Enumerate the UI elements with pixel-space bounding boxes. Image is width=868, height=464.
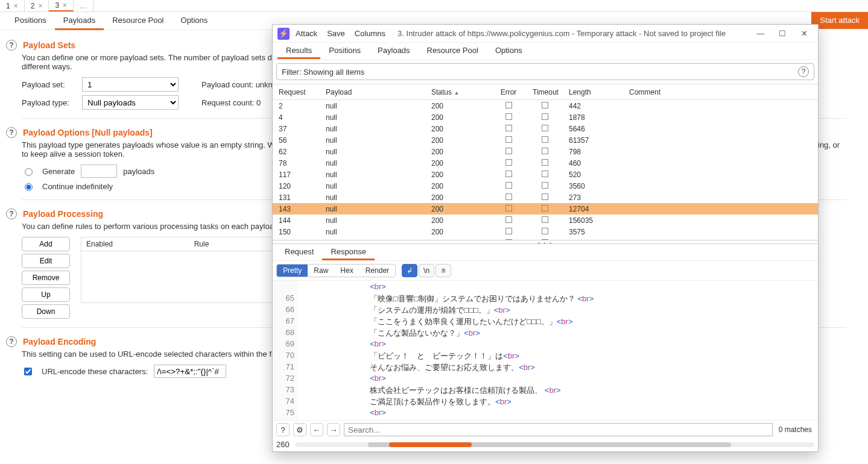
sub-tab[interactable]: Options: [173, 12, 217, 30]
processing-buttons: AddEditRemoveUpDown: [22, 237, 70, 319]
close-icon[interactable]: ×: [63, 1, 67, 10]
col-status[interactable]: Status ▲: [425, 87, 490, 98]
line-number-gutter: 656667686970717273747576: [273, 281, 298, 420]
maximize-button[interactable]: ☐: [777, 29, 788, 38]
sub-tab[interactable]: Resource Pool: [104, 12, 172, 30]
results-header[interactable]: Request Payload Status ▲ Error Timeout L…: [273, 84, 818, 100]
table-row[interactable]: 78null200460: [273, 157, 818, 169]
table-row[interactable]: 62null200798: [273, 146, 818, 157]
match-count: 0 matches: [776, 425, 814, 434]
generate-label: Generate: [42, 167, 75, 176]
table-row[interactable]: 120null2003560: [273, 180, 818, 192]
hamburger-icon[interactable]: ≡: [436, 264, 451, 277]
gear-icon[interactable]: ⚙: [293, 423, 306, 436]
table-row[interactable]: 237null2003559: [273, 237, 818, 240]
close-icon[interactable]: ×: [38, 2, 42, 10]
col-length[interactable]: Length: [563, 87, 623, 98]
request-count-label: Request count: 0: [201, 98, 261, 107]
response-search-bar: ? ⚙ ← → 0 matches: [273, 420, 818, 439]
add-button[interactable]: Add: [22, 237, 70, 251]
prev-match-button[interactable]: ←: [310, 423, 323, 436]
show-nonprint-toggle[interactable]: \n: [419, 264, 434, 277]
up-button[interactable]: Up: [22, 287, 70, 302]
line-wrap-toggle[interactable]: ↲: [402, 264, 417, 277]
app-icon: ⚡: [277, 28, 290, 40]
popup-subtab[interactable]: Positions: [320, 43, 369, 59]
sort-asc-icon: ▲: [454, 90, 459, 96]
table-row[interactable]: 143null20012704: [273, 203, 818, 215]
continue-radio[interactable]: [25, 183, 33, 191]
response-search-input[interactable]: [344, 423, 773, 436]
help-icon[interactable]: ?: [6, 127, 17, 138]
close-button[interactable]: ✕: [799, 29, 809, 38]
sub-tab[interactable]: Positions: [6, 12, 55, 30]
sub-tab[interactable]: Payloads: [55, 12, 104, 30]
payload-type-select[interactable]: Null payloads: [82, 95, 179, 110]
popup-footer: 260: [273, 439, 818, 451]
more-tabs-button[interactable]: …: [74, 0, 93, 11]
help-icon[interactable]: ?: [6, 208, 17, 219]
payload-set-label: Payload set:: [22, 80, 76, 89]
down-button[interactable]: Down: [22, 304, 70, 319]
next-match-button[interactable]: →: [327, 423, 340, 436]
results-table: Request Payload Status ▲ Error Timeout L…: [273, 84, 818, 240]
help-icon[interactable]: ?: [6, 40, 17, 51]
url-encode-label: URL-encode these characters:: [42, 367, 148, 376]
remove-button[interactable]: Remove: [22, 271, 70, 285]
menu-save[interactable]: Save: [327, 29, 345, 38]
col-payload[interactable]: Payload: [320, 87, 425, 98]
popup-subtab[interactable]: Payloads: [369, 43, 418, 59]
menu-columns[interactable]: Columns: [355, 29, 385, 38]
table-row[interactable]: 150null2003575: [273, 226, 818, 237]
table-row[interactable]: 131null200273: [273, 192, 818, 203]
help-icon[interactable]: ?: [798, 66, 809, 77]
detail-tab-request[interactable]: Request: [276, 244, 322, 260]
url-encode-chars-input[interactable]: [154, 365, 226, 378]
code-lines[interactable]: <br> 「映像□音響□制御」システムでお困りではありませんか？ <br> 「シ…: [298, 281, 598, 420]
project-tab[interactable]: 1×: [0, 0, 25, 11]
start-attack-button[interactable]: Start attack: [811, 12, 868, 29]
col-comment[interactable]: Comment: [623, 87, 818, 98]
detail-tab-response[interactable]: Response: [322, 244, 375, 260]
url-encode-checkbox[interactable]: [24, 368, 32, 375]
response-code-view[interactable]: 656667686970717273747576 <br> 「映像□音響□制御」…: [273, 281, 818, 420]
payload-type-label: Payload type:: [22, 98, 76, 107]
col-error[interactable]: Error: [490, 87, 527, 98]
popup-subtab[interactable]: Options: [487, 43, 531, 59]
project-tabs: 1×2×3×…: [0, 0, 868, 12]
progress-scrollbar[interactable]: [296, 442, 814, 447]
table-row[interactable]: 144null200156035: [273, 215, 818, 226]
popup-subtab[interactable]: Results: [277, 43, 320, 59]
view-mode-segment[interactable]: PrettyRawHexRender: [276, 264, 396, 277]
help-icon[interactable]: ?: [276, 423, 290, 436]
minimize-button[interactable]: —: [755, 29, 766, 38]
view-mode-render[interactable]: Render: [360, 265, 395, 277]
table-row[interactable]: 2null200442: [273, 100, 818, 111]
col-timeout[interactable]: Timeout: [527, 87, 563, 98]
table-row[interactable]: 56null20061357: [273, 134, 818, 146]
help-icon[interactable]: ?: [6, 336, 17, 347]
generate-count-input[interactable]: [81, 165, 117, 178]
payload-set-select[interactable]: 1: [82, 77, 179, 92]
response-toolbar: PrettyRawHexRender ↲ \n ≡: [273, 261, 818, 281]
project-tab[interactable]: 2×: [25, 0, 49, 11]
table-row[interactable]: 117null200520: [273, 169, 818, 180]
view-mode-pretty[interactable]: Pretty: [277, 265, 308, 277]
view-mode-hex[interactable]: Hex: [334, 265, 359, 277]
menu-attack[interactable]: Attack: [296, 29, 317, 38]
close-icon[interactable]: ×: [14, 2, 18, 10]
project-tab[interactable]: 3×: [49, 0, 74, 11]
view-mode-raw[interactable]: Raw: [308, 265, 334, 277]
popup-subtab[interactable]: Resource Pool: [419, 43, 487, 59]
table-row[interactable]: 37null2005646: [273, 123, 818, 134]
generate-radio[interactable]: [25, 168, 33, 176]
popup-titlebar[interactable]: ⚡ AttackSaveColumns 3. Intruder attack o…: [273, 25, 818, 43]
col-request[interactable]: Request: [273, 87, 320, 98]
processing-rules-table[interactable]: Enabled Rule: [81, 237, 274, 303]
footer-count: 260: [276, 440, 290, 449]
filter-text: Filter: Showing all items: [282, 67, 364, 77]
results-body[interactable]: 2null2004424null200187837null200564656nu…: [273, 100, 818, 240]
edit-button[interactable]: Edit: [22, 254, 70, 268]
filter-bar[interactable]: Filter: Showing all items ?: [276, 63, 814, 80]
table-row[interactable]: 4null2001878: [273, 111, 818, 123]
